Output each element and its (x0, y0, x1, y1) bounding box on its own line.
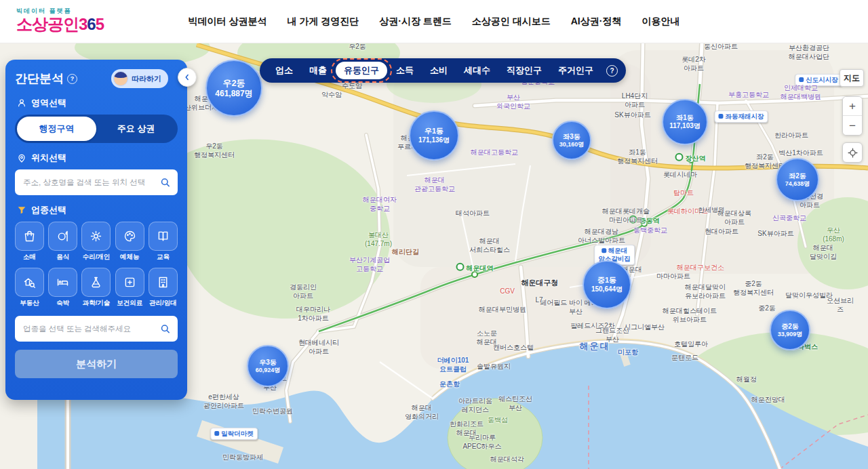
metric-tab[interactable]: 소비 (422, 61, 455, 80)
nav-item[interactable]: 소상공인 대시보드 (472, 16, 551, 28)
science-icon (81, 268, 111, 297)
panel-title: 간단분석 (15, 70, 64, 87)
category-arts[interactable]: 예체능 (115, 222, 144, 262)
nav-item[interactable]: 빅데이터 상권분석 (189, 16, 267, 28)
category-label: 숙박 (56, 299, 69, 308)
map-pin-icon (16, 152, 27, 163)
metric-tab[interactable]: 세대수 (456, 61, 498, 80)
location-search (15, 169, 178, 195)
category-label: 관리/임대 (149, 299, 177, 308)
category-edu[interactable]: 교육 (149, 222, 178, 262)
category-retail[interactable]: 소매 (15, 222, 44, 262)
simple-analysis-panel: 간단분석 ? 따라하기 영역선택 행정구역 주요 상권 위치선택 (5, 60, 187, 400)
metric-tab[interactable]: 업소 (268, 61, 300, 80)
panel-collapse-button[interactable] (178, 68, 197, 87)
nav-item[interactable]: AI상권·정책 (571, 16, 622, 28)
industry-section-label: 업종선택 (16, 204, 176, 216)
industry-search-input[interactable] (15, 316, 178, 342)
category-lodging[interactable]: 숙박 (48, 268, 77, 308)
population-bubble[interactable]: 중2동33,909명 (770, 310, 810, 350)
area-section-label: 영역선택 (16, 97, 176, 109)
locate-button[interactable] (842, 142, 863, 163)
panel-header: 간단분석 ? 따라하기 (15, 69, 178, 88)
logo-title: 소상공인365 (16, 16, 104, 33)
page: 빅데이터 플랫폼 소상공인365 빅데이터 상권분석내 가게 경영진단상권·시장… (0, 0, 868, 469)
edu-icon (149, 222, 178, 251)
lodging-icon (48, 268, 77, 297)
location-section-label: 위치선택 (16, 152, 176, 164)
search-icon[interactable] (159, 177, 171, 188)
population-bubble[interactable]: 우3동60,924명 (247, 345, 289, 387)
tutorial-button[interactable]: 따라하기 (111, 69, 168, 88)
zoom-control: + − (842, 96, 863, 136)
tutorial-button-label: 따라하기 (132, 74, 161, 84)
map-type-button[interactable]: 지도 (840, 69, 864, 87)
retail-icon (15, 222, 44, 251)
population-bubble[interactable]: 우2동461,887명 (205, 60, 262, 117)
nav-item[interactable]: 상권·시장 트렌드 (379, 16, 452, 28)
population-bubble[interactable]: 우1동171,136명 (409, 110, 459, 161)
population-bubble[interactable]: 중1동150,644명 (583, 260, 631, 309)
food-icon (48, 222, 77, 251)
zoom-in-button[interactable]: + (843, 97, 862, 116)
category-food[interactable]: 음식 (48, 222, 77, 262)
category-label: 과학/기술 (83, 299, 111, 308)
category-repair[interactable]: 수리/개인 (81, 222, 111, 262)
location-search-input[interactable] (15, 169, 178, 195)
category-label: 부동산 (20, 299, 39, 308)
population-bubble[interactable]: 좌3동30,160명 (552, 121, 591, 160)
category-health[interactable]: 보건의료 (115, 268, 144, 308)
realestate-icon (15, 268, 44, 297)
arts-icon (115, 222, 144, 251)
metric-tab[interactable]: 주거인구 (551, 61, 601, 80)
metric-tab[interactable]: 직장인구 (499, 61, 549, 80)
health-icon (115, 268, 144, 297)
metric-tab[interactable]: 유동인구 (336, 62, 387, 79)
header: 빅데이터 플랫폼 소상공인365 빅데이터 상권분석내 가게 경영진단상권·시장… (0, 0, 868, 43)
mgmt-icon (149, 268, 178, 297)
population-bubble[interactable]: 좌1동117,103명 (662, 99, 708, 145)
category-label: 보건의료 (117, 299, 142, 308)
map-canvas[interactable]: 우2동악수암수도암해운대 푸르지오해운대 두산위브더제니스우2동 행정복지센터해… (0, 43, 868, 469)
chevron-left-icon (182, 73, 192, 82)
area-toggle: 행정구역 주요 상권 (15, 115, 178, 143)
category-realestate[interactable]: 부동산 (15, 268, 44, 308)
metric-tabs: 업소매출유동인구소득소비세대수직장인구주거인구 (268, 61, 601, 80)
search-icon[interactable] (159, 323, 171, 335)
category-label: 교육 (157, 253, 170, 262)
population-bubble[interactable]: 좌2동74,638명 (776, 158, 819, 201)
nav-item[interactable]: 이용안내 (642, 16, 679, 28)
repair-icon (81, 222, 111, 251)
main-nav: 빅데이터 상권분석내 가게 경영진단상권·시장 트렌드소상공인 대시보드AI상권… (189, 0, 680, 43)
area-option-commercial[interactable]: 주요 상권 (96, 117, 176, 141)
metric-tab[interactable]: 매출 (302, 61, 334, 80)
industry-search (15, 316, 178, 342)
panel-help-icon[interactable]: ? (67, 74, 77, 84)
category-grid: 소매음식수리/개인예체능교육부동산숙박과학/기술보건의료관리/임대 (15, 222, 178, 308)
area-option-admin[interactable]: 행정구역 (17, 117, 96, 141)
person-icon (16, 98, 27, 108)
category-mgmt[interactable]: 관리/임대 (149, 268, 178, 308)
category-label: 음식 (56, 253, 69, 262)
toolbar-help-button[interactable]: ? (606, 65, 618, 77)
mascot-avatar (113, 71, 128, 86)
nav-item[interactable]: 내 가게 경영진단 (287, 16, 359, 28)
zoom-out-button[interactable]: − (843, 116, 862, 135)
metric-tab[interactable]: 소득 (389, 61, 421, 80)
analyze-button[interactable]: 분석하기 (15, 350, 178, 378)
category-label: 수리/개인 (83, 253, 111, 262)
category-label: 예체능 (120, 253, 140, 262)
funnel-icon (16, 205, 27, 216)
category-label: 소매 (23, 253, 36, 262)
category-science[interactable]: 과학/기술 (81, 268, 111, 308)
map-metric-toolbar: 업소매출유동인구소득소비세대수직장인구주거인구 ? (260, 58, 626, 83)
crosshair-icon (847, 147, 859, 159)
logo[interactable]: 빅데이터 플랫폼 소상공인365 (16, 7, 104, 33)
